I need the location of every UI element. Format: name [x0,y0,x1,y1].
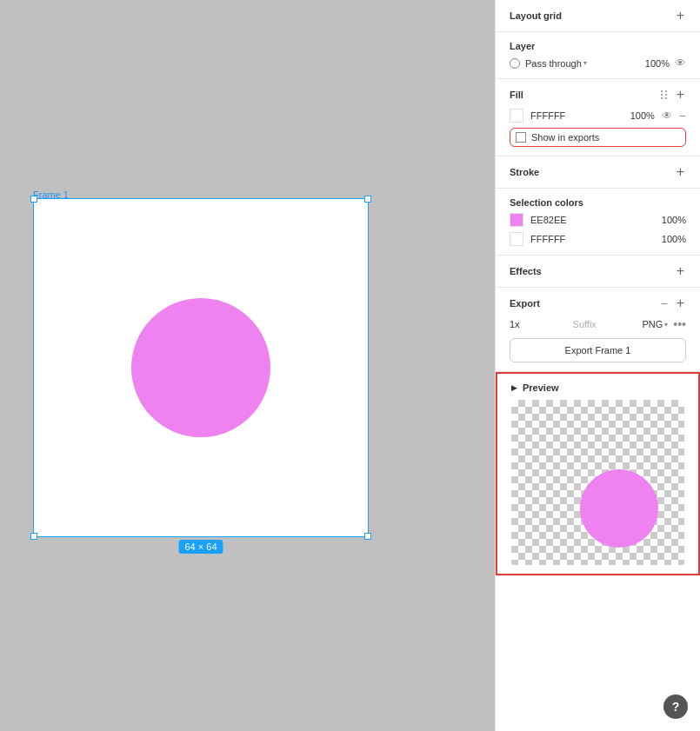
canvas-area: Frame 1 64 × 64 [0,0,495,731]
layer-row: Pass through ▾ 100% 👁 [510,56,686,70]
export-format-dropdown[interactable]: PNG ▾ [642,319,668,329]
effects-title: Effects [510,266,542,276]
selection-color-hex-0: EE82EE [530,215,655,225]
selection-color-hex-1: FFFFFF [530,234,655,244]
add-layout-grid-button[interactable]: + [675,9,686,23]
resize-handle-tr[interactable] [364,196,371,203]
right-panel: Layout grid + Layer Pass through ▾ 100% … [495,0,700,731]
export-title: Export [510,298,540,309]
fill-opacity-value[interactable]: 100% [630,110,655,121]
fill-title: Fill [510,90,523,100]
preview-canvas [511,400,684,565]
selection-color-row-1: FFFFFF 100% [510,232,686,246]
show-in-exports-checkbox[interactable] [516,132,526,143]
stroke-section: Stroke + [496,156,700,189]
selection-colors-title: Selection colors [510,197,583,208]
circle-element[interactable] [131,298,270,437]
stroke-title: Stroke [510,167,539,177]
selection-color-swatch-0[interactable] [510,213,523,227]
fill-dots-icon [661,90,668,99]
help-button[interactable]: ? [663,694,688,719]
add-fill-button[interactable]: + [675,88,686,102]
preview-header: ▶ Preview [511,382,684,393]
layer-section: Layer Pass through ▾ 100% 👁 [496,32,700,79]
layout-grid-section: Layout grid + [496,0,700,32]
export-header: Export − + [510,296,686,310]
effects-section: Effects + [496,256,700,288]
export-format-chevron: ▾ [664,321,668,329]
selection-color-swatch-1[interactable] [510,232,523,246]
fill-section: Fill + FFFFFF 100% 👁 − Show in exports [496,79,700,156]
frame-container[interactable]: 64 × 64 [33,198,369,537]
preview-section: ▶ Preview [496,372,700,575]
fill-color-swatch[interactable] [510,109,523,123]
selection-color-opacity-1: 100% [662,234,686,244]
add-export-button[interactable]: + [675,296,686,310]
layer-opacity[interactable]: 100% [645,58,670,69]
resize-handle-bl[interactable] [30,533,37,540]
blend-mode-dropdown[interactable]: Pass through ▾ [525,58,587,69]
fill-color-row: FFFFFF 100% 👁 − [510,109,686,123]
blend-mode-label: Pass through [525,58,582,69]
size-label: 64 × 64 [178,540,223,554]
export-more-options[interactable]: ••• [673,317,686,331]
blend-mode-chevron: ▾ [583,59,587,67]
export-section: Export − + 1x Suffix PNG ▾ ••• Export Fr… [496,288,700,372]
export-suffix[interactable]: Suffix [532,319,637,329]
add-stroke-button[interactable]: + [675,165,686,179]
export-scale[interactable]: 1x [510,319,527,329]
blend-mode-icon [510,58,520,69]
remove-export-button[interactable]: − [660,296,667,310]
export-format-label: PNG [642,319,663,329]
resize-handle-tl[interactable] [30,196,37,203]
preview-title: Preview [523,382,559,393]
fill-hex-value[interactable]: FFFFFF [530,110,623,121]
fill-visibility-icon[interactable]: 👁 [662,110,672,122]
preview-circle [580,469,658,548]
resize-handle-br[interactable] [364,533,371,540]
layout-grid-title: Layout grid [510,10,562,21]
selection-colors-section: Selection colors EE82EE 100% FFFFFF 100% [496,189,700,256]
export-settings-row: 1x Suffix PNG ▾ ••• [510,317,686,331]
show-in-exports-row: Show in exports [510,128,686,147]
remove-fill-button[interactable]: − [679,109,686,123]
selection-color-row-0: EE82EE 100% [510,213,686,227]
export-frame-button[interactable]: Export Frame 1 [510,338,686,362]
show-in-exports-label: Show in exports [531,132,599,143]
selection-color-opacity-0: 100% [662,215,686,225]
layer-title: Layer [510,41,535,51]
visibility-icon[interactable]: 👁 [675,56,686,70]
add-effect-button[interactable]: + [675,264,686,278]
fill-header: Fill + [510,88,686,102]
preview-chevron-icon: ▶ [511,383,517,392]
